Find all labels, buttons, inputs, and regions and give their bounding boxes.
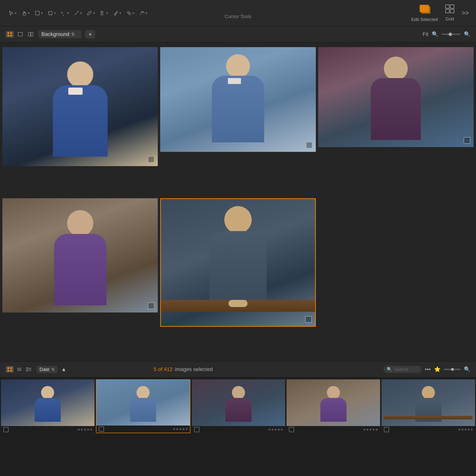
more-options-button[interactable]: ••• xyxy=(425,366,431,373)
single-view-icon[interactable] xyxy=(16,31,24,38)
strip-checkbox-5[interactable] xyxy=(384,427,389,432)
photo-cell-3[interactable] xyxy=(318,47,474,147)
strip-photo-3 xyxy=(192,379,285,426)
status-list-icon[interactable] xyxy=(15,366,23,373)
album-name: Background xyxy=(41,31,69,37)
search-box[interactable]: 🔍 Search xyxy=(383,366,422,373)
strip-photo-4 xyxy=(287,379,380,426)
zoom-out-icon[interactable]: 🔍 xyxy=(432,31,438,37)
album-arrows: ⇅ xyxy=(71,32,75,37)
grid-view-button[interactable]: Grid xyxy=(445,4,455,22)
edit-selected-icon xyxy=(419,4,430,16)
view-mode-icons xyxy=(6,31,35,38)
strip-photo-2 xyxy=(96,380,190,425)
photo-5-content xyxy=(161,199,315,326)
fit-label: Fit xyxy=(423,31,428,37)
heal-tool-btn[interactable]: ▾ xyxy=(138,10,149,17)
status-grid-icon[interactable] xyxy=(6,366,14,373)
grid-label: Grid xyxy=(445,17,454,22)
more-tools-button[interactable]: >> xyxy=(462,9,469,17)
undo-tool-btn[interactable]: ▾ xyxy=(60,10,70,17)
strip-checkbox-row-1 xyxy=(1,426,95,433)
strip-item-1[interactable] xyxy=(1,379,95,433)
zoom-in-icon[interactable]: 🔍 xyxy=(464,31,470,37)
photo-3-content xyxy=(318,47,474,147)
status-view-icons xyxy=(6,366,33,373)
edit-selected-button[interactable]: Edit Selected xyxy=(411,4,438,22)
checkbox-3[interactable] xyxy=(464,137,470,144)
filmstrip xyxy=(0,377,476,433)
star-icon[interactable]: ⭐ xyxy=(434,366,441,373)
eraser-tool-btn[interactable]: ▾ xyxy=(99,10,109,17)
strip-photo-5 xyxy=(381,379,475,426)
hand-tool-btn[interactable]: ▾ xyxy=(20,10,31,17)
zoom-thumb xyxy=(449,33,452,36)
brush-tool-btn[interactable]: ▾ xyxy=(112,10,122,17)
crop-tool-btn[interactable]: ▾ xyxy=(46,10,57,17)
cursor-tools-group: ▾ ▾ ▾ ▾ ▾ ▾ ▾ xyxy=(7,10,149,17)
album-selector[interactable]: Background ⇅ xyxy=(38,30,81,38)
strip-item-2[interactable] xyxy=(96,379,190,433)
strip-checkbox-4[interactable] xyxy=(289,427,294,432)
shape-arrow: ▾ xyxy=(41,11,43,15)
svg-rect-5 xyxy=(101,11,103,15)
strip-dots-5 xyxy=(459,429,473,430)
compare-view-icon[interactable] xyxy=(27,31,35,38)
cursor-arrow: ▾ xyxy=(15,11,17,15)
status-bar: Date ⇅ ▲ 5 of 412 images selected 🔍 Sear… xyxy=(0,361,476,377)
svg-rect-1 xyxy=(49,11,52,15)
toolbar-left: ▾ ▾ ▾ ▾ ▾ ▾ ▾ xyxy=(7,10,149,17)
thumbnail-size-slider[interactable] xyxy=(444,369,460,370)
thumbnail-slider-thumb xyxy=(451,368,454,371)
photo-cell-4[interactable] xyxy=(2,198,158,312)
zoom-slider[interactable] xyxy=(442,34,460,35)
strip-dots-2 xyxy=(173,428,187,430)
eraser-arrow: ▾ xyxy=(106,11,108,15)
shape-tool-btn[interactable]: ▾ xyxy=(33,10,44,17)
photo-cell-2[interactable] xyxy=(160,47,316,152)
search-placeholder: Search xyxy=(394,367,408,372)
clone-tool-btn[interactable]: ▾ xyxy=(125,10,136,17)
photo-cell-5[interactable] xyxy=(160,198,316,327)
svg-rect-14 xyxy=(445,9,449,13)
photo-2-content xyxy=(160,47,316,152)
strip-dots-4 xyxy=(363,429,378,430)
cursor-tool-btn[interactable]: ▾ xyxy=(7,10,18,17)
checkbox-1[interactable] xyxy=(148,156,154,163)
main-photo-grid xyxy=(0,42,476,361)
search-box-icon: 🔍 xyxy=(387,367,392,372)
strip-checkbox-2[interactable] xyxy=(99,426,104,432)
strip-item-4[interactable] xyxy=(287,379,380,433)
status-detail-icon[interactable] xyxy=(25,366,33,373)
checkbox-4[interactable] xyxy=(148,303,154,309)
selected-count: 5 of 412 xyxy=(153,366,172,373)
filter-icon[interactable]: 🔍 xyxy=(464,366,470,373)
grid-view-icon[interactable] xyxy=(6,31,14,38)
checkbox-2[interactable] xyxy=(306,142,312,149)
strip-item-5[interactable] xyxy=(381,379,475,433)
add-button[interactable]: + xyxy=(85,30,95,38)
pen-arrow: ▾ xyxy=(93,11,95,15)
svg-rect-17 xyxy=(10,32,12,34)
photo-1-content xyxy=(2,47,158,166)
strip-checkbox-3[interactable] xyxy=(194,427,200,432)
sort-ascending-button[interactable]: ▲ xyxy=(61,366,67,373)
checkbox-5[interactable] xyxy=(305,316,312,323)
images-selected-text: images selected xyxy=(175,366,213,373)
status-right: 🔍 Search ••• ⭐ 🔍 xyxy=(383,366,470,373)
svg-rect-18 xyxy=(7,35,9,36)
brush-arrow: ▾ xyxy=(119,11,121,15)
pen-tool-btn[interactable]: ▾ xyxy=(86,10,96,17)
photo-cell-1[interactable] xyxy=(2,47,158,166)
line-tool-btn[interactable]: ▾ xyxy=(73,10,83,17)
svg-rect-24 xyxy=(10,367,12,369)
sort-label: Date xyxy=(39,367,50,372)
strip-item-3[interactable] xyxy=(192,379,285,433)
svg-rect-13 xyxy=(450,5,454,8)
svg-point-8 xyxy=(129,13,131,15)
line-arrow: ▾ xyxy=(80,11,82,15)
strip-checkbox-1[interactable] xyxy=(3,427,9,432)
svg-rect-30 xyxy=(26,368,28,371)
sort-selector[interactable]: Date ⇅ xyxy=(37,366,57,373)
svg-rect-20 xyxy=(18,32,22,36)
